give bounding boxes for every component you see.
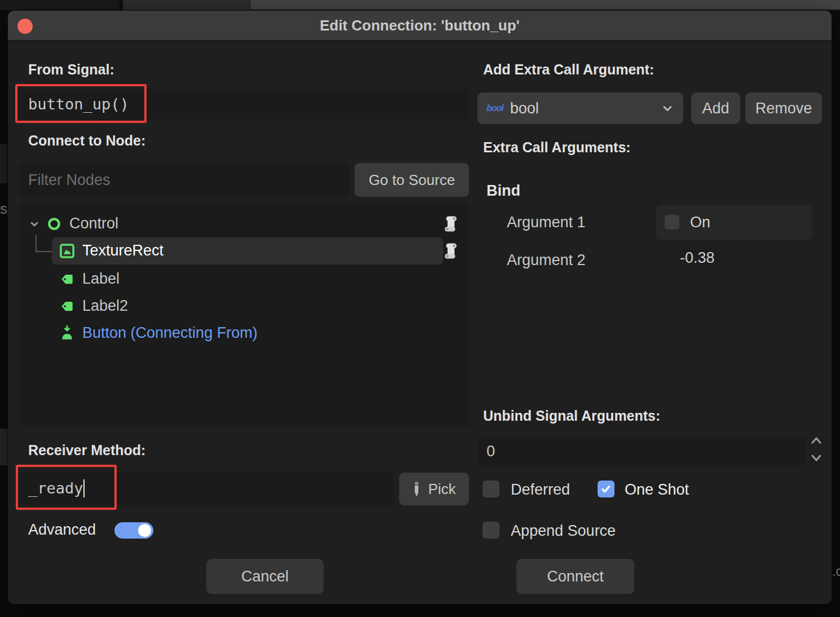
background-panel-right <box>251 0 840 10</box>
receiver-method-value: _ready <box>28 471 83 505</box>
tree-node-label: TextureRect <box>82 242 163 259</box>
dialog-title: Edit Connection: 'button_up' <box>8 11 832 40</box>
tree-row-button[interactable]: Button (Connecting From) <box>19 320 469 347</box>
dialog-titlebar[interactable]: Edit Connection: 'button_up' <box>8 11 832 41</box>
background-partial-text-right: .c <box>832 564 840 579</box>
background-panel-mid <box>123 0 251 10</box>
from-signal-label: From Signal: <box>28 61 114 78</box>
advanced-toggle[interactable] <box>114 522 153 539</box>
tree-node-label: Label <box>82 270 120 288</box>
argument-type-dropdown[interactable]: bool bool <box>478 92 683 124</box>
texture-rect-icon <box>59 243 75 261</box>
unbind-spinbox[interactable]: 0 <box>478 437 806 466</box>
cancel-button[interactable]: Cancel <box>206 559 324 594</box>
node-tree: Control TextureRect <box>19 204 469 427</box>
argument-1-label: Argument 1 <box>507 214 586 231</box>
spinner-down-icon[interactable] <box>810 451 823 468</box>
advanced-label: Advanced <box>28 521 96 539</box>
script-icon[interactable] <box>443 242 459 262</box>
add-extra-call-argument-label: Add Extra Call Argument: <box>483 61 654 78</box>
argument-1-field[interactable]: On <box>656 205 812 240</box>
pick-button[interactable]: Pick <box>399 473 469 505</box>
tree-row-label[interactable]: Label <box>19 266 469 293</box>
receiver-method-label: Receiver Method: <box>28 442 145 459</box>
tree-row-control[interactable]: Control <box>19 210 469 237</box>
connect-to-node-label: Connect to Node: <box>28 133 145 149</box>
text-caret <box>83 479 85 497</box>
filter-nodes-input[interactable] <box>19 163 350 197</box>
unbind-signal-arguments-label: Unbind Signal Arguments: <box>483 408 660 424</box>
argument-1-value-label: On <box>690 205 710 240</box>
chevron-down-icon[interactable] <box>28 217 41 233</box>
unbind-value: 0 <box>487 437 495 466</box>
filter-nodes-field[interactable] <box>19 163 350 197</box>
tree-row-label2[interactable]: Label2 <box>19 293 469 320</box>
background-panel-edge-lower <box>0 429 7 465</box>
from-signal-value: button_up() <box>28 89 129 120</box>
add-argument-button[interactable]: Add <box>691 92 740 124</box>
argument-2-value: -0.38 <box>680 244 715 272</box>
edit-connection-dialog: Edit Connection: 'button_up' From Signal… <box>7 10 832 605</box>
background-panel-left <box>0 0 120 10</box>
connect-button[interactable]: Connect <box>516 559 634 594</box>
background-panel-edge-upper <box>0 144 7 183</box>
pencil-icon <box>412 481 421 497</box>
bool-type-icon: bool <box>487 103 503 113</box>
background-partial-text-left: s <box>0 200 7 218</box>
append-source-label: Append Source <box>511 522 616 540</box>
one-shot-checkbox[interactable] <box>598 481 614 497</box>
deferred-checkbox[interactable] <box>483 481 499 497</box>
tree-node-label: Control <box>69 215 118 232</box>
button-icon <box>60 325 74 343</box>
close-icon[interactable] <box>17 19 33 34</box>
deferred-label: Deferred <box>511 481 570 499</box>
script-icon[interactable] <box>443 215 459 235</box>
from-signal-input[interactable]: button_up() <box>19 89 469 120</box>
bind-section-label: Bind <box>487 182 520 200</box>
argument-2-label: Argument 2 <box>507 252 586 269</box>
label-icon <box>60 299 74 316</box>
go-to-source-button[interactable]: Go to Source <box>355 163 469 197</box>
receiver-method-input[interactable]: _ready <box>19 471 394 505</box>
argument-2-field[interactable]: -0.38 <box>656 244 812 272</box>
tree-row-texturerect[interactable]: TextureRect <box>19 237 469 265</box>
argument-1-checkbox[interactable] <box>665 215 679 230</box>
chevron-down-icon <box>661 102 674 115</box>
tree-node-label: Label2 <box>82 297 128 315</box>
append-source-checkbox[interactable] <box>483 522 499 539</box>
toggle-knob <box>138 524 151 537</box>
extra-call-arguments-label: Extra Call Arguments: <box>483 139 631 156</box>
tree-node-label: Button (Connecting From) <box>82 324 258 342</box>
remove-argument-button[interactable]: Remove <box>745 92 822 124</box>
spinner-up-icon[interactable] <box>810 434 823 451</box>
one-shot-label: One Shot <box>625 481 689 499</box>
pick-button-label: Pick <box>428 481 456 498</box>
control-icon <box>47 217 61 233</box>
label-icon <box>60 272 74 289</box>
argument-type-selected: bool <box>510 100 539 117</box>
